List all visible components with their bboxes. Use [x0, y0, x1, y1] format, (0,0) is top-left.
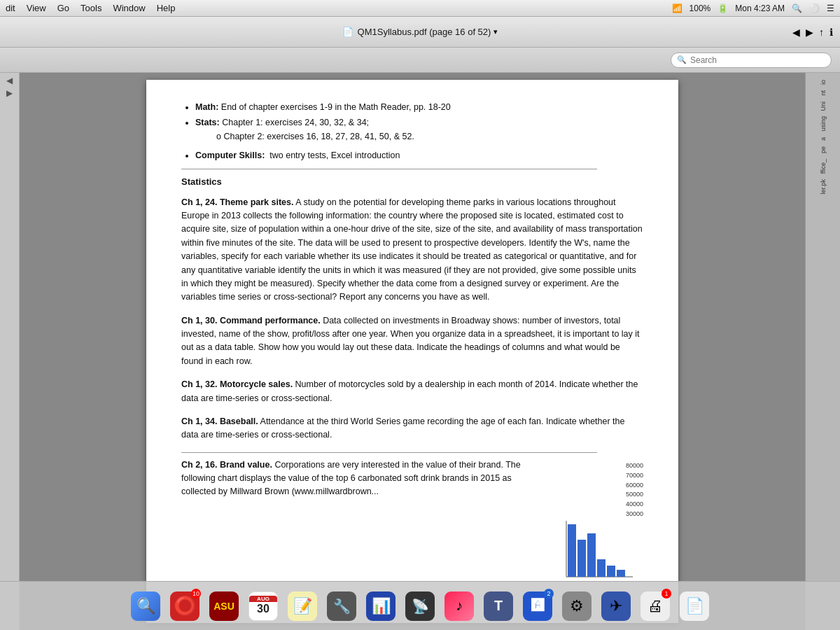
menu-tools[interactable]: Tools [80, 3, 102, 13]
sidebar-arrow-left[interactable]: ◀ [6, 76, 13, 85]
chart-area: 80000 70000 60000 50000 40000 30000 [552, 461, 643, 589]
problem-ch1-32-title: Ch 1, 32. Motorcycle sales. [181, 379, 293, 389]
menubar: dit View Go Tools Window Help 📶 100% 🔋 M… [0, 0, 840, 17]
sidebar-label-using: using [820, 116, 827, 132]
toolbar-title: QM1Syllabus.pdf (page 16 of 52) [358, 27, 491, 37]
clock-display: Mon 4:23 AM [735, 4, 785, 13]
problem-ch2-16: Ch 2, 16. Brand value. Corporations are … [181, 458, 643, 589]
bullet-computer: Computer Skills: two entry tests, Excel … [195, 149, 643, 162]
menu-view[interactable]: View [27, 3, 46, 13]
bullet-ch2: Chapter 2: exercises 16, 18, 27, 28, 41,… [216, 130, 643, 144]
spotlight-icon[interactable]: ⚪ [809, 4, 820, 13]
dock-icon-settings: ⚙ [562, 592, 592, 621]
divider-2 [181, 452, 597, 453]
nav-forward-icon[interactable]: ▶ [806, 27, 813, 38]
dock-plane[interactable]: ✈ [598, 589, 634, 624]
sidebar-label-ffice: ffice_ [820, 159, 827, 174]
menu-go[interactable]: Go [57, 3, 69, 13]
dock-icon-plane: ✈ [601, 592, 631, 621]
problem-ch2-16-text: Ch 2, 16. Brand value. Corporations are … [181, 458, 541, 589]
dock-badge-10: 10 [191, 589, 201, 598]
dock-app-red[interactable]: ⭕ 10 [167, 589, 202, 624]
dock-doc[interactable]: 📄 [677, 589, 712, 624]
left-sidebar: ◀ ▶ [0, 73, 20, 630]
pdf-page: Math: End of chapter exercises 1-9 in th… [146, 80, 678, 623]
dock: 🔍 ⭕ 10 ASU AUG 30 📝 🔧 📊 📡 ♪ T 🅰 2 ⚙ [0, 581, 840, 630]
chart-y-labels: 80000 70000 60000 50000 40000 30000 [552, 461, 643, 520]
dock-notes[interactable]: 📝 [285, 589, 320, 624]
toolbar-right-controls: ◀ ▶ ↑ ℹ [792, 27, 833, 38]
y-label-50000: 50000 [626, 490, 643, 500]
dock-icon-music: ♪ [444, 592, 474, 621]
bar-6 [617, 570, 625, 577]
menubar-left: dit View Go Tools Window Help [6, 3, 175, 13]
menu-help[interactable]: Help [157, 3, 176, 13]
menu-extra-icon[interactable]: ☰ [827, 4, 834, 13]
y-label-70000: 70000 [626, 471, 643, 481]
dock-broadcast[interactable]: 📡 [402, 589, 438, 624]
y-label-60000: 60000 [626, 481, 643, 491]
dock-icon-text: T [484, 592, 513, 621]
menu-window[interactable]: Window [113, 3, 145, 13]
sidebar-arrow-right[interactable]: ▶ [6, 88, 13, 98]
bar-2 [578, 540, 586, 577]
dock-settings[interactable]: ⚙ [559, 589, 594, 624]
search-icon: 🔍 [677, 55, 687, 64]
sidebar-label-uni: Uni [820, 102, 827, 111]
dock-asu[interactable]: ASU [206, 589, 241, 624]
dock-icon-chart: 📊 [366, 592, 396, 621]
section-statistics: Statistics [181, 175, 643, 189]
problem-ch2-16-title: Ch 2, 16. Brand value. [181, 460, 272, 470]
dock-app-a[interactable]: 🅰 2 [520, 589, 555, 624]
dock-icon-broadcast: 📡 [405, 592, 435, 621]
bar-1 [568, 524, 576, 577]
problem-ch1-24-title: Ch 1, 24. Theme park sites. [181, 197, 294, 207]
bar-3 [587, 533, 596, 577]
sidebar-label-io: io [820, 80, 827, 85]
nav-back-icon[interactable]: ◀ [792, 27, 800, 38]
dock-icon-calendar: AUG 30 [248, 592, 278, 621]
problem-ch1-34-title: Ch 1, 34. Baseball. [181, 416, 258, 426]
y-label-40000: 40000 [626, 500, 643, 510]
dock-chart[interactable]: 📊 [363, 589, 398, 624]
sidebar-label-nt: nt [820, 90, 827, 96]
problem-ch1-34: Ch 1, 34. Baseball. Attendance at the th… [181, 415, 643, 442]
dock-badge-2: 2 [544, 589, 554, 598]
bar-chart-svg [552, 521, 636, 584]
dock-finder[interactable]: 🔍 [128, 589, 163, 624]
sub-list: Chapter 2: exercises 16, 18, 27, 28, 41,… [216, 130, 643, 144]
dock-music[interactable]: ♪ [442, 589, 477, 624]
toolbar-dropdown-icon[interactable]: ▾ [493, 27, 498, 36]
bullet-stats: Stats: Chapter 1: exercises 24, 30, 32, … [195, 116, 643, 144]
problem-ch1-30: Ch 1, 30. Command performance. Data coll… [181, 314, 643, 369]
toolbar: 📄 QM1Syllabus.pdf (page 16 of 52) ▾ ◀ ▶ … [0, 17, 840, 48]
pdf-container[interactable]: Math: End of chapter exercises 1-9 in th… [20, 73, 805, 630]
sidebar-label-pe: pe [820, 146, 827, 153]
menubar-right: 📶 100% 🔋 Mon 4:23 AM 🔍 ⚪ ☰ [672, 4, 834, 13]
sidebar-label-lerpk: ler.pk [820, 179, 827, 195]
dock-printer[interactable]: 🖨 1 [638, 589, 673, 624]
search-menubar-icon[interactable]: 🔍 [792, 4, 802, 13]
dock-icon-finder: 🔍 [131, 592, 160, 621]
dock-tools[interactable]: 🔧 [324, 589, 359, 624]
y-label-30000: 30000 [626, 510, 643, 519]
menu-dit[interactable]: dit [6, 3, 15, 13]
sidebar-label-a: a [820, 137, 827, 141]
info-icon[interactable]: ℹ [830, 27, 833, 38]
wifi-icon: 📶 [672, 4, 682, 13]
problem-ch1-30-title: Ch 1, 30. Command performance. [181, 316, 321, 326]
problem-ch1-24: Ch 1, 24. Theme park sites. A study on t… [181, 196, 643, 304]
share-icon[interactable]: ↑ [819, 27, 824, 38]
dock-text[interactable]: T [481, 589, 516, 624]
search-box[interactable]: 🔍 [671, 52, 832, 68]
problem-ch1-32: Ch 1, 32. Motorcycle sales. Number of mo… [181, 378, 643, 405]
dock-calendar[interactable]: AUG 30 [246, 589, 281, 624]
searchbar-row: 🔍 [0, 48, 840, 73]
battery-level: 100% [690, 4, 711, 13]
right-sidebar: io nt Uni using a pe ffice_ ler.pk [805, 73, 840, 630]
search-input[interactable] [690, 55, 825, 65]
y-label-80000: 80000 [626, 461, 643, 471]
bullet-list: Math: End of chapter exercises 1-9 in th… [195, 101, 643, 163]
bar-4 [597, 559, 606, 577]
main-area: ◀ ▶ Math: End of chapter exercises 1-9 i… [0, 73, 840, 630]
